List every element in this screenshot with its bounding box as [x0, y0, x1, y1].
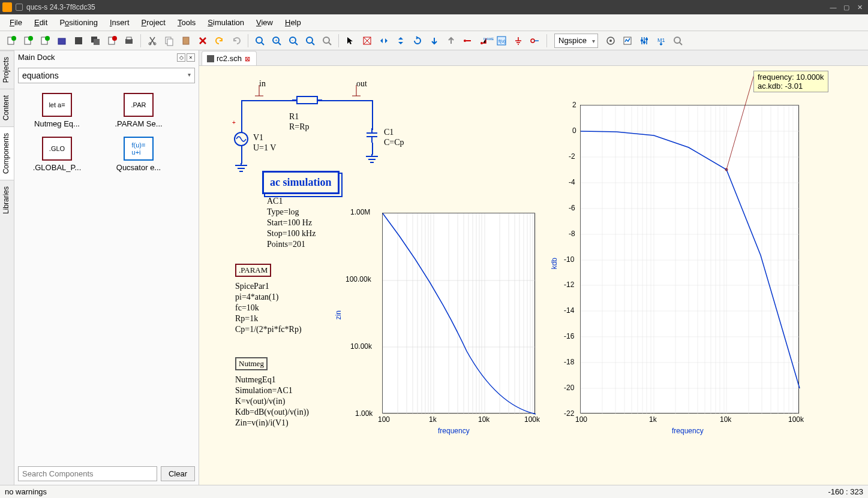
menu-positioning[interactable]: Positioning	[55, 16, 103, 29]
marker-icon[interactable]: M1	[654, 34, 668, 47]
param-line[interactable]: fc=10k	[235, 303, 259, 313]
nutmeg-line[interactable]: NutmegEq1	[235, 375, 276, 385]
wire-label-icon[interactable]: NAME	[478, 34, 491, 47]
sim-param[interactable]: Type=log	[267, 207, 299, 217]
zoom-in-icon[interactable]: +	[270, 34, 283, 47]
nutmeg-line[interactable]: K=v(out)/v(in)	[235, 397, 285, 406]
zoom-area-icon[interactable]	[320, 34, 334, 47]
side-tab-libraries[interactable]: Libraries	[0, 180, 14, 220]
component-nutmeg-eq[interactable]: let a= Nutmeg Eq...	[18, 90, 96, 131]
nutmeg-line[interactable]: Zin=v(in)/i(V1)	[235, 418, 289, 428]
net-label-out[interactable]: out	[356, 79, 367, 89]
component-qucsator-eqn[interactable]: f(u)= u+i Qucsator e...	[100, 134, 178, 174]
plot-kdb[interactable]	[580, 105, 799, 414]
zoom-diagram-icon[interactable]	[671, 34, 684, 47]
ground-icon[interactable]	[512, 34, 525, 47]
menu-view[interactable]: View	[251, 16, 278, 29]
component-global-param[interactable]: .GLO .GLOBAL_P...	[18, 134, 96, 174]
simulate-icon[interactable]	[604, 34, 617, 47]
minimize-button[interactable]: —	[827, 2, 839, 12]
tune-icon[interactable]	[638, 34, 651, 47]
zoom-out-icon[interactable]: -	[287, 34, 300, 47]
close-button[interactable]: ✕	[854, 2, 866, 12]
cut-icon[interactable]	[146, 34, 159, 47]
net-label-in[interactable]: in	[259, 79, 266, 89]
mirror-v-icon[interactable]	[394, 34, 407, 47]
sim-param[interactable]: Stop=100 kHz	[267, 229, 316, 239]
wire-icon[interactable]	[461, 34, 474, 47]
close-file-icon[interactable]	[106, 34, 119, 47]
cap-value[interactable]: C=Cp	[384, 138, 404, 147]
side-tab-components[interactable]: Components	[0, 126, 14, 180]
new-text-icon[interactable]	[22, 34, 35, 47]
copy-icon[interactable]	[163, 34, 176, 47]
delete-icon[interactable]	[196, 34, 209, 47]
menu-edit[interactable]: Edit	[29, 16, 52, 29]
wire[interactable]	[372, 143, 373, 155]
source-value[interactable]: U=1 V	[253, 143, 276, 153]
redo-icon[interactable]	[230, 34, 243, 47]
source-name[interactable]: V1	[253, 133, 263, 143]
new-symbol-icon[interactable]	[38, 34, 52, 47]
capacitor-symbol[interactable]	[365, 128, 379, 143]
search-components-input[interactable]	[18, 466, 157, 481]
rotate-icon[interactable]	[411, 34, 424, 47]
side-tab-projects[interactable]: Projects	[0, 50, 14, 89]
component-category-select[interactable]: equations	[18, 68, 195, 83]
sim-param[interactable]: AC1	[267, 197, 283, 206]
param-line[interactable]: SpicePar1	[235, 282, 269, 291]
simulator-select[interactable]: Ngspice	[554, 34, 598, 48]
component-param-section[interactable]: .PAR .PARAM Se...	[100, 90, 178, 131]
clear-search-button[interactable]: Clear	[161, 466, 195, 481]
file-tab-rc2[interactable]: rc2.sch ⊠	[202, 51, 257, 65]
ac-simulation-box[interactable]: ac simulation	[262, 171, 340, 194]
ground-symbol[interactable]	[365, 154, 379, 165]
dock-float-button[interactable]: ◇	[177, 53, 185, 62]
wire[interactable]	[241, 146, 242, 164]
dock-close-button[interactable]: ×	[187, 53, 195, 62]
deactivate-icon[interactable]	[361, 34, 374, 47]
undo-icon[interactable]	[213, 34, 226, 47]
move-down-icon[interactable]	[428, 34, 441, 47]
port-icon[interactable]	[528, 34, 542, 47]
wire[interactable]	[372, 100, 373, 130]
menu-insert[interactable]: Insert	[105, 16, 134, 29]
plot-zin[interactable]	[382, 213, 535, 414]
menu-simulation[interactable]: Simulation	[203, 16, 249, 29]
paste-icon[interactable]	[179, 34, 193, 47]
param-line[interactable]: pi=4*atan(1)	[235, 292, 278, 302]
voltage-source-symbol[interactable]	[234, 132, 248, 146]
nutmeg-line[interactable]: Simulation=AC1	[235, 386, 293, 396]
print-icon[interactable]	[122, 34, 136, 47]
save-all-icon[interactable]	[89, 34, 102, 47]
sim-param[interactable]: Start=100 Hz	[267, 218, 312, 228]
sim-param[interactable]: Points=201	[267, 240, 305, 249]
schematic-canvas[interactable]: + in out R1 R=Rp V1 U=1 V C1 C=Cp ac sim…	[199, 66, 868, 485]
save-icon[interactable]	[72, 34, 85, 47]
zoom-100-icon[interactable]	[304, 34, 317, 47]
param-box[interactable]: .PARAM	[235, 264, 271, 277]
new-file-icon[interactable]	[5, 34, 18, 47]
nutmeg-line[interactable]: Kdb=dB(v(out)/v(in))	[235, 408, 309, 417]
resistor-name[interactable]: R1	[289, 112, 299, 122]
show-data-icon[interactable]	[621, 34, 634, 47]
zoom-fit-icon[interactable]	[253, 34, 266, 47]
menu-help[interactable]: Help	[280, 16, 306, 29]
param-line[interactable]: Cp=1/(2*pi*fc*Rp)	[235, 325, 302, 334]
equation-icon[interactable]: f(u)	[495, 34, 508, 47]
menu-project[interactable]: Project	[137, 16, 170, 29]
cursor-readout[interactable]: frequency: 10.000k ac.kdb: -3.01	[753, 71, 828, 92]
cap-name[interactable]: C1	[384, 128, 394, 137]
close-tab-button[interactable]: ⊠	[244, 55, 251, 62]
open-icon[interactable]	[55, 34, 68, 47]
move-up-icon[interactable]	[444, 34, 458, 47]
resistor-value[interactable]: R=Rp	[289, 122, 310, 132]
mirror-h-icon[interactable]	[377, 34, 391, 47]
nutmeg-box[interactable]: Nutmeg	[235, 357, 268, 370]
ground-symbol[interactable]	[234, 163, 248, 174]
select-icon[interactable]	[344, 34, 357, 47]
menu-tools[interactable]: Tools	[173, 16, 200, 29]
resistor-symbol[interactable]	[292, 95, 322, 105]
maximize-button[interactable]: ▢	[840, 2, 852, 12]
menu-file[interactable]: File	[5, 16, 27, 29]
